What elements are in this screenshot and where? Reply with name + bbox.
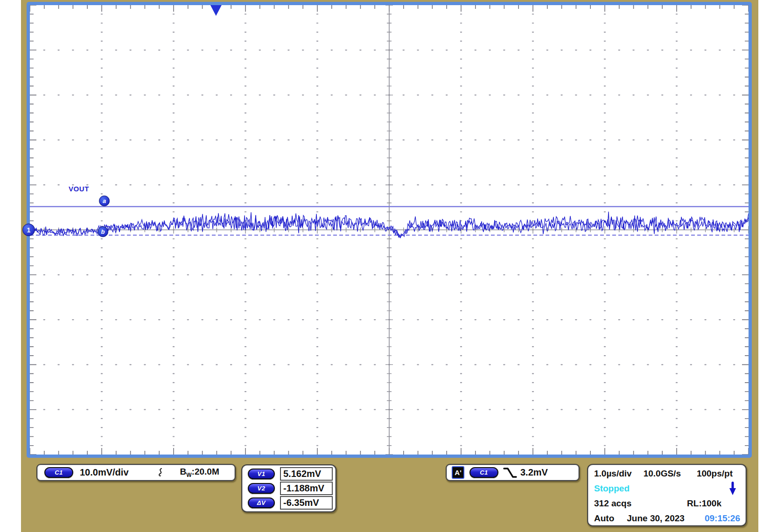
trigger-readout[interactable]: A' C1 3.2mV bbox=[446, 464, 580, 481]
channel-1-marker[interactable]: 1 bbox=[22, 224, 35, 236]
acquisition-count-row: 312 acqs RL:100k bbox=[588, 498, 746, 509]
record-length: RL:100k bbox=[687, 498, 721, 509]
bw-b: B bbox=[180, 467, 187, 476]
trigger-position-marker[interactable] bbox=[210, 5, 222, 16]
cursor-v2-row: V2 -1.188mV bbox=[248, 481, 333, 496]
cursor-delta-row: ΔV -6.35mV bbox=[248, 496, 333, 510]
acquisition-count: 312 acqs bbox=[594, 498, 631, 509]
offset-wave-icon bbox=[156, 468, 164, 478]
graticule-canvas bbox=[30, 5, 749, 455]
date-label: June 30, 2023 bbox=[627, 513, 685, 524]
channel1-scale: 10.0mV/div bbox=[80, 467, 129, 478]
channel1-readout[interactable]: C1 10.0mV/div BW:20.0M bbox=[36, 464, 236, 481]
trigger-level: 3.2mV bbox=[520, 467, 548, 478]
trigger-a-badge[interactable]: A' bbox=[452, 466, 464, 479]
cursor-readout[interactable]: V1 5.162mV V2 -1.188mV ΔV -6.35mV bbox=[241, 464, 336, 512]
cursor-delta-badge[interactable]: ΔV bbox=[248, 497, 275, 508]
sample-rate: 10.0GS/s bbox=[644, 469, 681, 479]
cursor-b-handle[interactable]: b bbox=[98, 226, 108, 237]
sample-resolution: 100ps/pt bbox=[697, 469, 733, 479]
channel1-badge[interactable]: C1 bbox=[44, 467, 73, 478]
bw-w: W bbox=[186, 472, 191, 478]
timebase-row: 1.0µs/div 10.0GS/s 100ps/pt bbox=[588, 469, 746, 479]
acquisition-status: Stopped bbox=[588, 483, 746, 494]
trigger-source-badge[interactable]: C1 bbox=[469, 467, 498, 478]
cursor-v2-value: -1.188mV bbox=[280, 482, 333, 495]
cursor-delta-value: -6.35mV bbox=[280, 496, 333, 510]
trigger-indicator-arrow-icon bbox=[728, 481, 738, 496]
trigger-mode: Auto bbox=[594, 513, 614, 524]
timebase-scale: 1.0µs/div bbox=[594, 469, 632, 479]
scope-bezel: VOUT 1 a b C1 10.0mV/div BW:20.0M V1 5.1… bbox=[21, 0, 758, 532]
bw-value: :20.0M bbox=[192, 467, 219, 476]
waveform-display[interactable]: VOUT 1 a b bbox=[27, 2, 752, 458]
cursor-v1-badge[interactable]: V1 bbox=[248, 469, 275, 479]
clock-label: 09:15:26 bbox=[705, 513, 740, 524]
cursor-v2-badge[interactable]: V2 bbox=[248, 483, 275, 494]
bandwidth-readout: BW:20.0M bbox=[180, 467, 219, 478]
cursor-v1-value: 5.162mV bbox=[280, 467, 333, 481]
datetime-row: Auto June 30, 2023 09:15:26 bbox=[588, 513, 746, 524]
trace-label: VOUT bbox=[69, 185, 89, 193]
cursor-a-handle[interactable]: a bbox=[99, 196, 110, 206]
cursor-v1-row: V1 5.162mV bbox=[248, 467, 333, 481]
falling-edge-icon bbox=[503, 467, 517, 479]
acquisition-readout[interactable]: 1.0µs/div 10.0GS/s 100ps/pt Stopped 312 … bbox=[587, 464, 747, 526]
